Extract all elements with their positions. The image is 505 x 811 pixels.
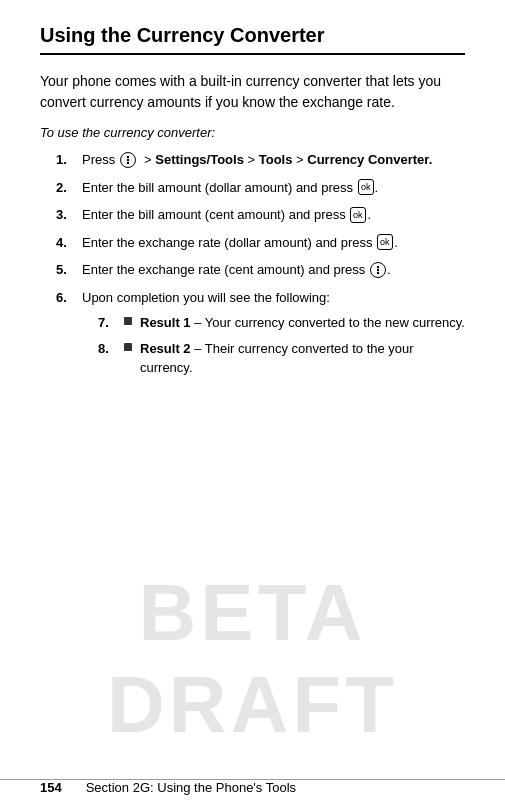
result-1-text: Result 1 – Your currency converted to th… <box>140 313 465 333</box>
result-1-label: Result 1 <box>140 315 191 330</box>
svg-point-1 <box>127 158 129 160</box>
menu-icon-step5 <box>370 262 386 278</box>
page-container: Using the Currency Converter Your phone … <box>0 0 505 811</box>
result-1-item: Result 1 – Your currency converted to th… <box>98 313 465 333</box>
page-footer: 154 Section 2G: Using the Phone's Tools <box>0 779 505 795</box>
step-4-text: Enter the exchange rate (dollar amount) … <box>82 233 465 253</box>
result-2-item: Result 2 – Their currency converted to t… <box>98 339 465 378</box>
step-3-text: Enter the bill amount (cent amount) and … <box>82 205 465 225</box>
step-6-main: Upon completion you will see the followi… <box>82 290 330 305</box>
step-1-text: Press > Settings/Tools > Tools > Currenc… <box>82 150 465 170</box>
steps-list: Press > Settings/Tools > Tools > Currenc… <box>56 150 465 384</box>
ok-icon-step4: ok <box>377 234 393 250</box>
step-2: Enter the bill amount (dollar amount) an… <box>56 178 465 198</box>
result-2-bullet <box>124 343 132 351</box>
result-1-content: – Your currency converted to the new cur… <box>191 315 465 330</box>
svg-point-0 <box>127 155 129 157</box>
svg-text:ok: ok <box>353 210 363 220</box>
step-1: Press > Settings/Tools > Tools > Currenc… <box>56 150 465 170</box>
svg-point-7 <box>377 268 379 270</box>
step-6: Upon completion you will see the followi… <box>56 288 465 384</box>
step-2-text: Enter the bill amount (dollar amount) an… <box>82 178 465 198</box>
step-5-text: Enter the exchange rate (cent amount) an… <box>82 260 465 280</box>
beta-draft-watermark: BETA DRAFT <box>0 567 505 751</box>
intro-text: Your phone comes with a built-in currenc… <box>40 71 465 113</box>
result-2-text: Result 2 – Their currency converted to t… <box>140 339 465 378</box>
svg-text:ok: ok <box>380 237 390 247</box>
result-2-label: Result 2 <box>140 341 191 356</box>
footer-page-number: 154 <box>40 780 62 795</box>
page-title: Using the Currency Converter <box>40 24 465 55</box>
ok-icon-step3: ok <box>350 207 366 223</box>
ok-icon-step2: ok <box>358 179 374 195</box>
sub-heading: To use the currency converter: <box>40 125 465 140</box>
svg-text:ok: ok <box>361 182 371 192</box>
menu-icon-step1 <box>120 152 136 168</box>
step-6-text: Upon completion you will see the followi… <box>82 288 465 384</box>
step-5: Enter the exchange rate (cent amount) an… <box>56 260 465 280</box>
content-area: Using the Currency Converter Your phone … <box>0 0 505 472</box>
step-3: Enter the bill amount (cent amount) and … <box>56 205 465 225</box>
svg-point-2 <box>127 161 129 163</box>
footer-section-text: Section 2G: Using the Phone's Tools <box>86 780 296 795</box>
svg-point-6 <box>377 265 379 267</box>
svg-point-8 <box>377 271 379 273</box>
result-1-bullet <box>124 317 132 325</box>
nested-results-list: Result 1 – Your currency converted to th… <box>98 313 465 378</box>
step-4: Enter the exchange rate (dollar amount) … <box>56 233 465 253</box>
